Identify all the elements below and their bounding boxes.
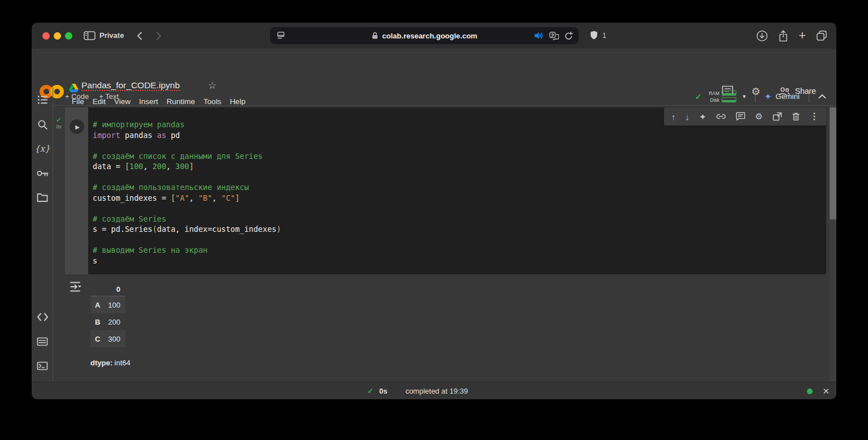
execution-status-bar: ✓ 0s completed at 19:39 ✕ — [32, 382, 836, 399]
notebook-scrollbar[interactable] — [830, 106, 836, 382]
dtype-caption: dtype: int64 — [90, 359, 131, 367]
ram-usage-bar — [722, 90, 736, 96]
new-tab-icon[interactable]: + — [798, 29, 806, 42]
row-value: 100 — [102, 301, 125, 309]
code-editor[interactable]: # импортируем pandasimport pandas as pd … — [88, 107, 826, 274]
output-actions-icon[interactable] — [69, 281, 84, 293]
close-window-button[interactable] — [42, 32, 50, 40]
add-text-button[interactable]: + Text — [99, 92, 119, 101]
code-line[interactable]: s = pd.Series(data, index=custom_indexes… — [93, 224, 822, 235]
forward-button-icon[interactable] — [156, 32, 162, 40]
cell-gutter: ▶ — [65, 107, 88, 274]
address-bar[interactable]: colab.research.google.com — [270, 27, 579, 44]
connected-check-icon: ✓ — [695, 92, 702, 102]
code-line[interactable]: custom_indexes = ["A", "B", "C"] — [93, 193, 822, 204]
series-output-table: 0 A100B200C300 — [90, 284, 125, 347]
collapse-toolbar-icon[interactable] — [818, 94, 826, 99]
table-row: B200 — [90, 313, 125, 330]
url-text: colab.research.google.com — [382, 32, 477, 40]
code-cell: ▶ # импортируем pandasimport pandas as p… — [65, 107, 826, 274]
reload-icon[interactable] — [565, 32, 573, 40]
code-line[interactable]: s — [93, 256, 822, 266]
cell-toolbar: ↑ ↓ ✦ ⚙ — [664, 107, 826, 126]
runtime-dropdown-icon[interactable]: ▾ — [743, 93, 746, 100]
cell-execution-status: ✓ 0s — [53, 117, 64, 130]
code-line[interactable]: # выводим Series на экран — [93, 245, 822, 256]
back-button-icon[interactable] — [137, 32, 142, 40]
more-cell-actions-icon[interactable]: ⋮ — [810, 112, 819, 121]
row-value: 300 — [102, 335, 125, 343]
page-settings-icon[interactable] — [276, 31, 285, 40]
shield-count: 1 — [602, 32, 606, 40]
code-line[interactable]: # создаём список с данными для Series — [93, 151, 822, 162]
lock-icon — [371, 32, 379, 40]
table-column-header: 0 — [90, 284, 125, 296]
menu-help[interactable]: Help — [230, 97, 246, 106]
table-row: A100 — [90, 296, 125, 313]
gemini-label: Gemini — [775, 92, 800, 101]
minimize-window-button[interactable] — [54, 32, 61, 40]
mirror-cell-icon[interactable] — [772, 112, 782, 121]
star-icon[interactable]: ☆ — [208, 80, 216, 92]
privacy-shield-icon[interactable] — [590, 31, 598, 40]
row-index: A — [90, 301, 102, 309]
browser-chrome: Private colab.research.go — [32, 23, 836, 49]
variables-icon[interactable]: {x} — [32, 144, 53, 154]
connection-status-dot — [807, 389, 813, 394]
browser-window: Private colab.research.go — [32, 23, 836, 399]
code-line[interactable]: # создаём пользовательские индексы — [93, 182, 822, 193]
secrets-key-icon[interactable] — [32, 170, 53, 177]
table-of-contents-icon[interactable] — [32, 95, 53, 105]
disk-label: Disk — [708, 97, 719, 103]
code-line[interactable] — [93, 235, 822, 245]
search-icon[interactable] — [32, 119, 53, 130]
ai-sparkle-icon[interactable]: ✦ — [699, 113, 706, 121]
menu-runtime[interactable]: Runtime — [167, 97, 195, 106]
sidebar-toggle-icon[interactable] — [84, 31, 96, 40]
share-icon[interactable] — [778, 30, 788, 42]
translate-icon[interactable] — [549, 32, 559, 40]
row-index: B — [90, 318, 102, 326]
menu-insert[interactable]: Insert — [139, 97, 158, 106]
row-value: 200 — [102, 318, 125, 326]
add-comment-icon[interactable] — [736, 112, 745, 121]
delete-cell-icon[interactable] — [792, 112, 800, 121]
copy-link-to-cell-icon[interactable] — [716, 113, 726, 120]
run-cell-button[interactable]: ▶ — [70, 119, 84, 134]
terminal-icon[interactable] — [32, 361, 53, 370]
cell-execution-time: 0s — [56, 124, 62, 130]
code-line[interactable] — [93, 203, 822, 214]
colab-header: Pandas_for_CODE.ipynb ☆ FileEditViewInse… — [32, 49, 836, 88]
activity-sidebar: {x} — [32, 88, 53, 382]
series-table-body: A100B200C300 — [90, 296, 125, 347]
audio-playing-icon[interactable] — [534, 32, 544, 40]
tab-overview-icon[interactable] — [816, 30, 827, 41]
scrollbar-thumb[interactable] — [830, 107, 836, 219]
move-cell-up-icon[interactable]: ↑ — [671, 113, 676, 121]
code-line[interactable] — [93, 172, 822, 183]
status-message: completed at 19:39 — [405, 387, 468, 395]
play-icon: ▶ — [74, 124, 80, 130]
code-line[interactable] — [93, 140, 822, 151]
cell-settings-gear-icon[interactable]: ⚙ — [755, 113, 762, 121]
table-row: C300 — [90, 330, 125, 347]
row-index: C — [90, 335, 102, 343]
close-status-bar-icon[interactable]: ✕ — [822, 386, 830, 396]
code-line[interactable]: import pandas as pd — [93, 130, 822, 141]
code-line[interactable]: # создаём Series — [93, 214, 822, 225]
fullscreen-window-button[interactable] — [65, 32, 72, 40]
gemini-button[interactable]: ✦ Gemini — [765, 92, 800, 102]
ram-label: RAM — [708, 90, 719, 96]
resource-monitor[interactable]: RAM Disk — [708, 90, 736, 103]
gemini-sparkle-icon: ✦ — [765, 92, 772, 102]
move-cell-down-icon[interactable]: ↓ — [685, 113, 690, 121]
code-snippets-icon[interactable] — [32, 313, 53, 321]
add-code-button[interactable]: + Code — [65, 92, 89, 101]
code-line[interactable]: data = [100, 200, 300] — [93, 161, 822, 172]
menu-tools[interactable]: Tools — [203, 97, 222, 106]
files-folder-icon[interactable] — [32, 193, 53, 202]
private-browsing-label[interactable]: Private — [99, 23, 124, 49]
toolbar-divider — [53, 105, 836, 106]
command-palette-icon[interactable] — [32, 337, 53, 346]
downloads-icon[interactable] — [756, 30, 768, 42]
